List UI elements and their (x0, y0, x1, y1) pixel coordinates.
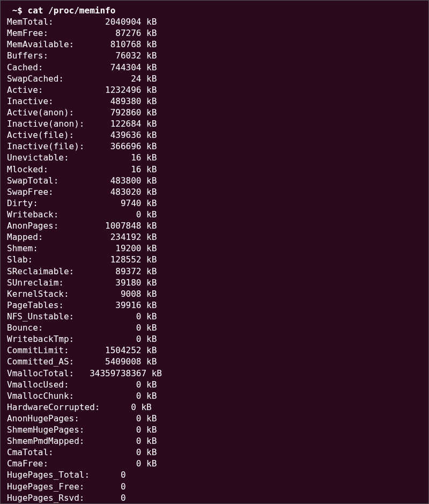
meminfo-row: Committed_AS: 5409008 kB (7, 356, 422, 367)
meminfo-label: Buffers: (7, 50, 90, 61)
meminfo-value: 483020 (90, 186, 141, 198)
meminfo-value: 0 (90, 458, 141, 469)
meminfo-unit: kB (141, 198, 157, 209)
meminfo-value: 366696 (90, 141, 141, 152)
meminfo-label: Committed_AS: (7, 356, 90, 367)
meminfo-row: Slab: 128552 kB (7, 254, 422, 265)
meminfo-row: MemAvailable: 810768 kB (7, 39, 422, 50)
meminfo-unit: kB (141, 424, 157, 435)
meminfo-label: HugePages_Rsvd: (7, 492, 90, 503)
meminfo-row: HugePages_Rsvd: 0 (7, 492, 422, 503)
meminfo-row: Active(anon): 792860 kB (7, 107, 422, 118)
meminfo-row: Buffers: 76032 kB (7, 50, 422, 61)
meminfo-row: Unevictable: 16 kB (7, 152, 422, 163)
meminfo-unit: kB (141, 322, 157, 333)
meminfo-value: 0 (90, 333, 141, 345)
meminfo-row: Cached: 744304 kB (7, 62, 422, 73)
meminfo-value: 0 (90, 424, 141, 435)
meminfo-unit: kB (141, 435, 157, 447)
meminfo-label: Mapped: (7, 231, 90, 243)
meminfo-row: NFS_Unstable: 0 kB (7, 311, 422, 322)
meminfo-unit: kB (141, 62, 157, 73)
meminfo-value: 34359738367 (90, 368, 146, 379)
meminfo-row: Mlocked: 16 kB (7, 164, 422, 175)
meminfo-label: SUnreclaim: (7, 277, 90, 288)
meminfo-label: MemAvailable: (7, 39, 90, 50)
meminfo-unit: kB (141, 243, 157, 254)
meminfo-value: 0 (90, 447, 141, 458)
meminfo-value: 89372 (90, 266, 141, 277)
meminfo-unit: kB (141, 186, 157, 198)
meminfo-output: MemTotal: 2040904 kBMemFree: 87276 kBMem… (7, 16, 422, 504)
meminfo-unit: kB (141, 141, 157, 152)
meminfo-label: Dirty: (7, 198, 90, 209)
meminfo-unit: kB (141, 27, 157, 39)
meminfo-label: CmaFree: (7, 458, 90, 469)
shell-prompt[interactable]: ~$ cat /proc/meminfo (7, 5, 422, 16)
meminfo-row: SwapTotal: 483800 kB (7, 175, 422, 186)
meminfo-row: WritebackTmp: 0 kB (7, 333, 422, 345)
meminfo-label: Slab: (7, 254, 90, 265)
meminfo-value: 489380 (90, 96, 141, 107)
meminfo-value: 9008 (90, 288, 141, 300)
meminfo-unit: kB (141, 288, 157, 300)
meminfo-value: 9740 (90, 198, 141, 209)
meminfo-value: 483800 (90, 175, 141, 186)
meminfo-label: Shmem: (7, 243, 90, 254)
meminfo-value: 234192 (90, 231, 141, 243)
meminfo-row: AnonHugePages: 0 kB (7, 413, 422, 424)
meminfo-row: Dirty: 9740 kB (7, 198, 422, 209)
meminfo-unit: kB (141, 129, 157, 141)
meminfo-value: 439636 (90, 129, 141, 141)
meminfo-label: Bounce: (7, 322, 90, 333)
meminfo-unit: kB (141, 164, 157, 175)
meminfo-value: 2040904 (90, 16, 141, 27)
meminfo-label: Cached: (7, 62, 90, 73)
meminfo-unit: kB (146, 368, 162, 379)
meminfo-value: 0 (90, 413, 141, 424)
meminfo-unit: kB (141, 277, 157, 288)
meminfo-label: ShmemHugePages: (7, 424, 90, 435)
meminfo-unit: kB (141, 447, 157, 458)
meminfo-unit: kB (141, 73, 157, 84)
meminfo-value: 810768 (90, 39, 141, 50)
meminfo-value: 792860 (90, 107, 141, 118)
meminfo-label: VmallocTotal: (7, 368, 90, 379)
meminfo-label: SwapTotal: (7, 175, 90, 186)
meminfo-row: PageTables: 39916 kB (7, 300, 422, 311)
meminfo-label: MemFree: (7, 27, 90, 39)
meminfo-unit: kB (141, 220, 157, 231)
meminfo-value: 0 (90, 322, 141, 333)
meminfo-label: SwapCached: (7, 73, 90, 84)
meminfo-row: SwapFree: 483020 kB (7, 186, 422, 198)
meminfo-label: Active: (7, 84, 90, 96)
meminfo-unit: kB (141, 175, 157, 186)
meminfo-row: CmaTotal: 0 kB (7, 447, 422, 458)
meminfo-value: 128552 (90, 254, 141, 265)
meminfo-label: Inactive(anon): (7, 118, 90, 129)
meminfo-row: SReclaimable: 89372 kB (7, 266, 422, 277)
meminfo-value: 0 (90, 390, 141, 401)
meminfo-value: 1504252 (90, 345, 141, 356)
meminfo-unit: kB (141, 458, 157, 469)
meminfo-value: 16 (90, 164, 141, 175)
meminfo-row: VmallocTotal: 34359738367 kB (7, 368, 422, 379)
meminfo-unit: kB (141, 300, 157, 311)
meminfo-row: HugePages_Free: 0 (7, 481, 422, 492)
meminfo-label: SReclaimable: (7, 266, 90, 277)
meminfo-unit: kB (141, 84, 157, 96)
meminfo-row: ShmemHugePages: 0 kB (7, 424, 422, 435)
meminfo-row: VmallocUsed: 0 kB (7, 379, 422, 390)
meminfo-label: Unevictable: (7, 152, 90, 163)
meminfo-value: 87276 (90, 27, 141, 39)
meminfo-value: 1232496 (90, 84, 141, 96)
meminfo-value: 0 (90, 379, 141, 390)
meminfo-row: Shmem: 19200 kB (7, 243, 422, 254)
meminfo-value: 0 (90, 469, 125, 480)
meminfo-unit: kB (141, 413, 157, 424)
meminfo-value: 19200 (90, 243, 141, 254)
meminfo-value: 39916 (90, 300, 141, 311)
meminfo-value: 39180 (90, 277, 141, 288)
meminfo-label: Active(anon): (7, 107, 90, 118)
meminfo-row: Inactive: 489380 kB (7, 96, 422, 107)
